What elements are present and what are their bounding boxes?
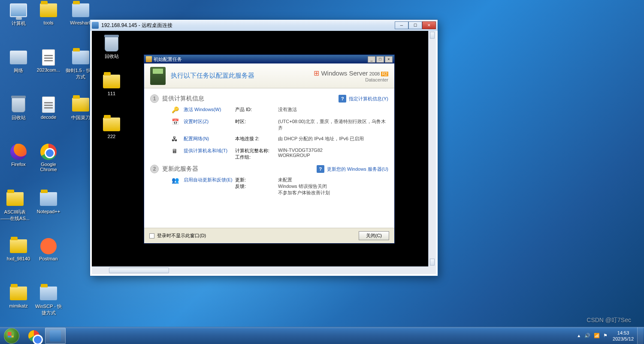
desktop-icon[interactable]: mimikatz [3, 285, 34, 308]
config-row: 🖥提供计算机名和域(T)计算机完整名称: 工作组:WIN-TVODGT37G82… [172, 148, 388, 160]
close-button[interactable]: 关闭(C) [359, 231, 389, 240]
initial-config-window[interactable]: 初始配置任务 _ □ × 执行以下任务以配置此服务器 ⊞ Windows Ser… [144, 54, 395, 244]
desktop-icon[interactable]: 2023com... [33, 49, 64, 72]
row-icon: 🔑 [172, 106, 181, 114]
ict-window-title: 初始配置任务 [154, 56, 182, 63]
row-icon: 🖥 [172, 148, 181, 155]
row-icon: 👥 [172, 177, 181, 184]
chrome-icon [28, 330, 39, 341]
ict-close-button[interactable]: × [385, 56, 393, 63]
taskbar-item-chrome[interactable] [24, 328, 44, 344]
rdp-titlebar[interactable]: 192.168.94.145 - 远程桌面连接 ─ ☐ ✕ [90, 20, 438, 31]
help-icon: ? [317, 165, 324, 173]
folder-icon [9, 285, 28, 302]
recycle-icon [9, 96, 28, 113]
desktop: 计算机toolsWireshark网络2023com...御剑1.5 - 快捷方… [0, 0, 644, 327]
doc-icon [39, 49, 58, 66]
ict-app-icon [146, 56, 152, 62]
app-icon [71, 2, 91, 19]
remote-desktop-area[interactable]: 回收站111222 初始配置任务 _ □ × 执行以下任务以配置此服务器 [92, 31, 428, 266]
close-button[interactable]: ✕ [422, 21, 436, 29]
volume-icon[interactable]: 🔊 [584, 333, 590, 338]
folder-icon [103, 117, 120, 132]
desktop-icon[interactable]: WinSCP - 快捷方式 [33, 285, 64, 316]
desktop-icon[interactable]: tools [33, 2, 64, 25]
icon-label: 回收站 [96, 53, 127, 60]
start-button[interactable] [0, 328, 23, 344]
icon-label: 222 [96, 134, 127, 139]
py-icon [39, 96, 58, 113]
rdp-icon [50, 330, 61, 341]
dont-show-checkbox[interactable] [149, 233, 154, 238]
icon-label: decode [33, 115, 64, 120]
windows-orb-icon [4, 328, 19, 344]
remote-desktop-icon[interactable]: 222 [96, 117, 127, 139]
config-label: 更新: 反馈: [235, 177, 278, 190]
help-icon: ? [339, 95, 346, 103]
config-link[interactable]: 提供计算机名和域(T) [184, 148, 235, 154]
desktop-icon[interactable]: 网络 [3, 49, 34, 74]
ict-minimize-button[interactable]: _ [368, 56, 375, 63]
config-link[interactable]: 设置时区(Z) [184, 118, 235, 125]
folder-icon [71, 96, 91, 113]
desktop-icon[interactable]: 计算机 [3, 2, 34, 27]
config-link[interactable]: 配置网络(N) [184, 136, 235, 142]
system-tray[interactable]: ▲ 🔊 📶 ⚑ 14:53 2023/5/12 [575, 327, 644, 344]
maximize-button[interactable]: ☐ [408, 21, 422, 29]
scrollbar-thumb[interactable] [109, 268, 169, 273]
icon-label: hxd_98140 [3, 256, 34, 261]
folder-icon [103, 74, 120, 89]
minimize-button[interactable]: ─ [395, 21, 408, 29]
help-link-computer-info[interactable]: ? 指定计算机信息(Y) [339, 95, 388, 103]
config-label: 本地连接 2: [235, 136, 278, 142]
section-number: 2 [150, 165, 159, 173]
config-value: 没有激活 [278, 106, 388, 113]
desktop-icon[interactable]: Notepad++ [33, 190, 64, 214]
ict-titlebar[interactable]: 初始配置任务 _ □ × [144, 55, 394, 63]
desktop-icon[interactable]: 回收站 [3, 96, 34, 121]
recycle-icon [103, 36, 120, 51]
tray-expand-icon[interactable]: ▲ [577, 333, 581, 338]
help-link-update-server[interactable]: ? 更新您的 Windows 服务器(U) [317, 165, 388, 173]
folder-icon [9, 238, 28, 255]
taskbar[interactable]: ▲ 🔊 📶 ⚑ 14:53 2023/5/12 [0, 327, 644, 344]
ict-maximize-button[interactable]: □ [376, 56, 384, 63]
ict-content: 1 提供计算机信息 ? 指定计算机信息(Y) 🔑激活 Windows(W)产品 … [144, 88, 394, 228]
icon-label: Firefox [3, 162, 34, 167]
config-link[interactable]: 激活 Windows(W) [184, 106, 235, 113]
scrollbar-horizontal[interactable] [92, 266, 428, 274]
desktop-icon[interactable]: ASCII码表——在线AS... [0, 190, 30, 222]
taskbar-item-rdp[interactable] [45, 328, 66, 344]
clock[interactable]: 14:53 2023/5/12 [613, 330, 634, 342]
rdp-window-title: 192.168.94.145 - 远程桌面连接 [101, 22, 395, 29]
row-icon: 🖧 [172, 136, 181, 143]
remote-desktop-icon[interactable]: 111 [96, 74, 127, 96]
icon-label: 111 [96, 91, 127, 96]
rdp-window[interactable]: 192.168.94.145 - 远程桌面连接 ─ ☐ ✕ 回收站111222 … [90, 19, 438, 276]
icon-label: Google Chrome [33, 162, 64, 172]
ict-footer: 登录时不显示此窗口(D) 关闭(C) [144, 228, 394, 243]
show-desktop-button[interactable] [637, 327, 643, 344]
desktop-icon[interactable]: Postman [33, 238, 64, 261]
watermark-text: CSDN @叮7Sec [587, 317, 631, 324]
scrollbar-vertical[interactable] [428, 31, 436, 266]
icon-label: 2023com... [33, 67, 64, 72]
desktop-icon[interactable]: Google Chrome [33, 143, 64, 172]
config-row: 👥启用自动更新和反馈(E)更新: 反馈:未配置 Windows 错误报告关闭 不… [172, 177, 388, 196]
net-icon [9, 49, 28, 66]
config-label: 产品 ID: [235, 106, 278, 113]
rdp-app-icon [92, 22, 99, 29]
desktop-icon[interactable]: decode [33, 96, 64, 120]
config-value: WIN-TVODGT37G82 WORKGROUP [278, 148, 388, 158]
section-title: 更新此服务器 [162, 165, 317, 173]
row-icon: 📅 [172, 118, 181, 126]
flag-icon[interactable]: ⚑ [603, 333, 608, 338]
config-label: 时区: [235, 118, 278, 125]
remote-desktop-icon[interactable]: 回收站 [96, 36, 127, 60]
windows-server-brand: ⊞ Windows Server 2008 R2 Datacenter [314, 69, 388, 82]
desktop-icon[interactable]: hxd_98140 [3, 238, 34, 261]
section-title: 提供计算机信息 [162, 95, 339, 103]
desktop-icon[interactable]: Firefox [3, 143, 34, 167]
network-icon[interactable]: 📶 [594, 333, 600, 338]
config-link[interactable]: 启用自动更新和反馈(E) [184, 177, 235, 183]
